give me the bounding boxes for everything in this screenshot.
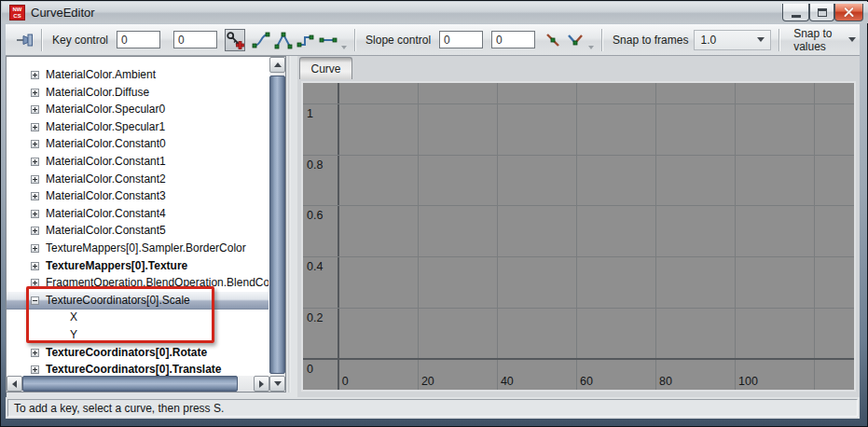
pin-icon[interactable]	[15, 29, 37, 51]
linear-curve-button[interactable]	[273, 29, 294, 51]
expand-plus-icon[interactable]	[31, 140, 39, 148]
slope-in-input[interactable]	[439, 31, 483, 48]
expand-plus-icon[interactable]	[31, 89, 39, 97]
tree-item[interactable]: MaterialColor.Specular0	[7, 101, 269, 118]
tree-item-label: TextureMappers[0].Sampler.BorderColor	[46, 240, 246, 257]
expand-plus-icon[interactable]	[31, 158, 39, 166]
tree-item-label: TextureCoordinators[0].Rotate	[46, 344, 207, 362]
tree-item[interactable]: TextureMappers[0].Sampler.BorderColor	[7, 240, 269, 257]
expand-plus-icon[interactable]	[31, 105, 39, 114]
y-tick-label: 0.8	[307, 158, 323, 172]
y-tick-label: 0.4	[307, 260, 323, 273]
tree-item[interactable]: MaterialColor.Specular1	[7, 118, 269, 136]
expand-plus-icon[interactable]	[31, 365, 39, 374]
flat-curve-button[interactable]	[318, 29, 338, 51]
minimize-icon	[792, 15, 801, 18]
close-button[interactable]	[834, 4, 863, 21]
arrow-down-icon	[274, 381, 282, 386]
minimize-button[interactable]	[782, 4, 809, 21]
tree-item[interactable]: MaterialColor.Constant0	[7, 135, 269, 153]
app-icon-text-top: NW	[10, 7, 24, 13]
snap-to-values-dropdown[interactable]: Snap to values	[790, 29, 860, 51]
expand-plus-icon[interactable]	[31, 192, 39, 200]
add-key-icon	[226, 31, 244, 49]
tree-item[interactable]: Y	[7, 326, 269, 344]
curve-panel: Curve 02040608010010.80.60.40.20	[297, 56, 860, 397]
y-tick-label: 0.6	[307, 209, 323, 222]
vertical-scroll-thumb[interactable]	[269, 76, 285, 374]
tree-item[interactable]: FragmentOperation.BlendOperation.BlendCo…	[7, 274, 269, 292]
tree-item[interactable]: TextureCoordinators[0].Scale	[7, 292, 269, 310]
horizontal-gridline	[303, 205, 854, 206]
collapse-minus-icon[interactable]	[31, 296, 39, 305]
tree-item-label: TextureCoordinators[0].Translate	[46, 361, 221, 379]
smooth-curve-button[interactable]	[251, 29, 271, 51]
add-key-button[interactable]	[225, 29, 245, 51]
tree-item[interactable]: MaterialColor.Constant2	[7, 171, 269, 188]
key-frame-input[interactable]	[117, 31, 160, 48]
tree-item[interactable]: MaterialColor.Constant3	[7, 187, 269, 205]
expand-plus-icon[interactable]	[31, 262, 39, 270]
slope-broken-button[interactable]	[565, 29, 586, 51]
curve-group-overflow-arrow-icon[interactable]	[341, 31, 347, 49]
tree-item[interactable]: MaterialColor.Constant5	[7, 222, 269, 240]
splitter[interactable]	[288, 56, 291, 393]
tree-item[interactable]: TextureCoordinators[0].Translate	[7, 361, 269, 379]
snap-to-frames-combobox[interactable]: 1.0	[694, 30, 771, 50]
toolbar-separator	[354, 29, 356, 51]
tree-item[interactable]: X	[7, 309, 269, 326]
y-tick-label: 0	[307, 363, 313, 376]
expand-plus-icon[interactable]	[31, 175, 39, 184]
vertical-gridline	[497, 83, 498, 390]
expand-plus-icon[interactable]	[31, 210, 39, 218]
tree-item-label: X	[70, 309, 77, 326]
tree-item[interactable]: MaterialColor.Constant4	[7, 205, 269, 223]
expand-plus-icon[interactable]	[31, 279, 39, 287]
horizontal-gridline	[303, 256, 854, 257]
maximize-icon	[818, 8, 827, 17]
expand-plus-icon[interactable]	[31, 71, 39, 79]
chevron-down-icon	[757, 37, 765, 42]
tab-curve-label: Curve	[310, 62, 340, 76]
tree-item-label: MaterialColor.Constant0	[46, 135, 166, 153]
scroll-down-button[interactable]	[269, 376, 285, 392]
close-icon	[843, 7, 855, 19]
tab-curve[interactable]: Curve	[299, 57, 352, 79]
vertical-gridline	[418, 83, 419, 390]
step-curve-icon	[296, 31, 315, 49]
smooth-curve-icon	[252, 31, 270, 49]
slope-unified-button[interactable]	[543, 29, 563, 51]
tree-item-label: MaterialColor.Constant5	[46, 222, 166, 240]
expand-plus-icon[interactable]	[31, 244, 39, 253]
horizontal-gridline	[303, 155, 854, 156]
tree-view[interactable]: MaterialColor.AmbientMaterialColor.Diffu…	[6, 56, 286, 393]
tree-item-label: TextureCoordinators[0].Scale	[46, 292, 190, 310]
y-tick-label: 1	[307, 107, 313, 120]
scroll-up-button[interactable]	[269, 57, 285, 73]
title-bar[interactable]: NW CS CurveEditor	[2, 2, 868, 23]
slope-out-input[interactable]	[491, 31, 535, 48]
tree-vertical-scrollbar[interactable]	[269, 57, 285, 392]
tree-item[interactable]: TextureCoordinators[0].Rotate	[7, 344, 269, 362]
tree-item[interactable]: MaterialColor.Ambient	[7, 66, 269, 84]
x-tick-label: 60	[580, 375, 593, 388]
tree-item[interactable]: MaterialColor.Diffuse	[7, 84, 269, 102]
slope-control-label: Slope control	[365, 34, 431, 47]
chevron-down-icon	[848, 37, 856, 42]
expand-plus-icon[interactable]	[31, 227, 39, 235]
tree-item[interactable]: TextureMappers[0].Texture	[7, 257, 269, 275]
expand-plus-icon[interactable]	[31, 349, 39, 357]
key-value-input[interactable]	[173, 31, 217, 48]
tree-item[interactable]: MaterialColor.Constant1	[7, 153, 269, 171]
linear-curve-icon	[274, 31, 293, 49]
x-axis-line	[303, 358, 854, 360]
maximize-button[interactable]	[809, 4, 834, 21]
expand-plus-icon[interactable]	[31, 123, 39, 131]
tree-item-label: MaterialColor.Ambient	[46, 66, 156, 84]
step-curve-button[interactable]	[296, 29, 316, 51]
arrow-right-icon	[259, 380, 264, 388]
tree-item-label: MaterialColor.Specular0	[46, 101, 165, 118]
plot-area[interactable]: 02040608010010.80.60.40.20	[301, 81, 856, 392]
slope-group-overflow-arrow-icon[interactable]	[588, 31, 594, 49]
toolbar-separator	[41, 29, 43, 51]
